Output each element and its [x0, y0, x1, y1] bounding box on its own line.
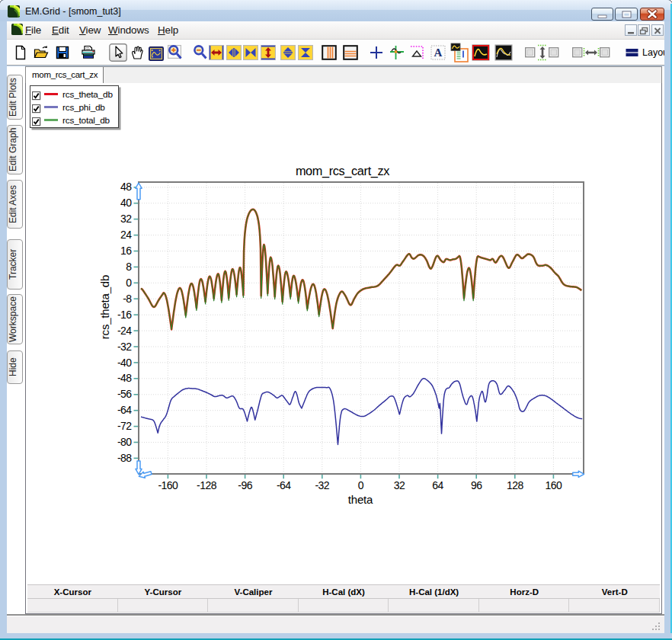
svg-text:mom_rcs_cart_zx: mom_rcs_cart_zx	[296, 164, 389, 178]
svg-text:-128: -128	[197, 479, 217, 491]
svg-text:-96: -96	[238, 479, 252, 491]
svg-text:-64: -64	[117, 404, 132, 416]
svg-text:-32: -32	[315, 479, 330, 491]
svg-text:A: A	[434, 46, 443, 59]
svg-text:-40: -40	[117, 357, 132, 369]
svg-text:-8: -8	[123, 293, 132, 305]
svg-text:-56: -56	[117, 388, 132, 400]
svg-text:theta: theta	[348, 493, 373, 506]
svg-text:-32: -32	[117, 341, 132, 353]
svg-text:-88: -88	[117, 452, 132, 464]
svg-text:-80: -80	[117, 436, 132, 448]
svg-text:-16: -16	[117, 309, 132, 321]
svg-text:128: 128	[507, 479, 523, 491]
svg-text:0: 0	[358, 479, 364, 491]
svg-text:24: 24	[120, 229, 132, 241]
svg-text:16: 16	[120, 245, 132, 257]
svg-text:32: 32	[120, 213, 132, 225]
svg-text:0: 0	[126, 277, 132, 289]
svg-text:160: 160	[546, 479, 562, 491]
svg-text:32: 32	[394, 479, 405, 491]
svg-text:64: 64	[432, 479, 443, 491]
svg-text:-160: -160	[158, 479, 178, 491]
svg-text:-64: -64	[277, 479, 291, 491]
svg-text:8: 8	[126, 261, 132, 273]
svg-text:96: 96	[471, 479, 482, 491]
svg-text:40: 40	[120, 197, 132, 209]
svg-text:-48: -48	[117, 372, 132, 384]
svg-text:-72: -72	[117, 420, 132, 432]
svg-text:rcs_theta_db: rcs_theta_db	[98, 275, 111, 339]
svg-text:-24: -24	[117, 325, 132, 337]
svg-text:48: 48	[120, 181, 132, 193]
